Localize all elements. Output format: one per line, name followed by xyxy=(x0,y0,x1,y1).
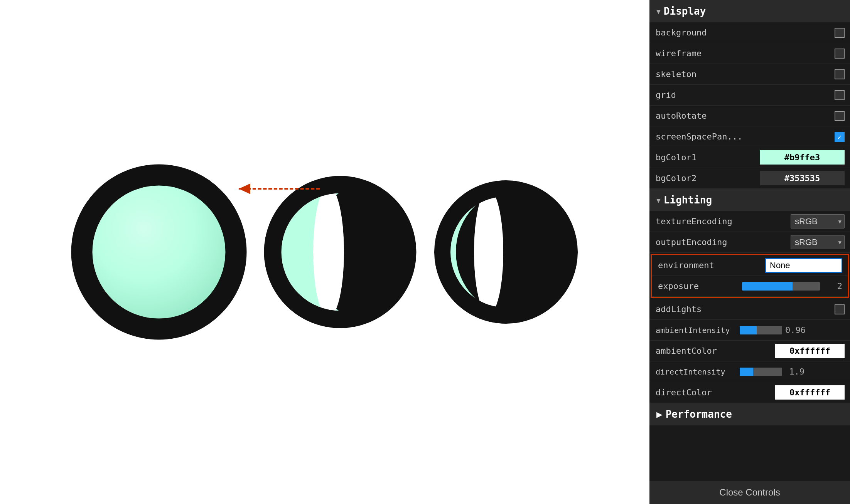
environment-label: environment xyxy=(652,257,737,273)
bgcolor2-swatch[interactable]: #353535 xyxy=(760,171,845,185)
ambientcolor-label: ambientColor xyxy=(649,343,734,359)
exposure-label: exposure xyxy=(652,278,737,294)
screenspacepan-checkbox[interactable] xyxy=(835,132,845,142)
ambientintensity-label: ambientIntensity xyxy=(649,323,734,338)
screenspacepan-label: screenSpacePan... xyxy=(649,129,734,144)
display-section-label: Display xyxy=(664,5,706,17)
addlights-row: addLights xyxy=(649,299,850,320)
outputencoding-row: outputEncoding sRGB Linear Gamma xyxy=(649,232,850,253)
autorotate-label: autoRotate xyxy=(649,108,734,124)
ambientintensity-slider-row: 0.96 xyxy=(740,325,845,335)
textureencoding-select[interactable]: sRGB Linear Gamma xyxy=(791,214,845,228)
addlights-checkbox[interactable] xyxy=(835,304,845,314)
outputencoding-select[interactable]: sRGB Linear Gamma xyxy=(791,235,845,249)
wireframe-value xyxy=(734,46,850,61)
exposure-slider[interactable] xyxy=(742,282,820,291)
ambientcolor-swatch[interactable]: 0xffffff xyxy=(775,344,845,358)
grid-row: grid xyxy=(649,85,850,106)
directcolor-value: 0xffffff xyxy=(734,383,850,402)
directcolor-label: directColor xyxy=(649,385,734,400)
bgcolor1-swatch[interactable]: #b9ffe3 xyxy=(760,150,845,165)
screenspacepan-row: screenSpacePan... xyxy=(649,126,850,147)
directintensity-row: directIntensity 1.9 xyxy=(649,361,850,382)
panel-spacer xyxy=(649,425,850,481)
wireframe-checkbox[interactable] xyxy=(835,49,845,59)
bgcolor1-value: #b9ffe3 xyxy=(734,148,850,167)
performance-collapse-icon: ▶ xyxy=(656,408,663,420)
wireframe-row: wireframe xyxy=(649,43,850,64)
directcolor-swatch[interactable]: 0xffffff xyxy=(775,385,845,400)
environment-exposure-highlight: environment None exposure 2 xyxy=(651,254,849,298)
autorotate-row: autoRotate xyxy=(649,106,850,126)
background-row: background xyxy=(649,22,850,43)
outputencoding-label: outputEncoding xyxy=(649,234,734,250)
sphere-half-crescent xyxy=(263,175,417,329)
directintensity-slider-value: 1.9 xyxy=(785,367,804,376)
ambientintensity-slider-value: 0.96 xyxy=(785,325,806,335)
grid-value xyxy=(734,88,850,102)
exposure-row: exposure 2 xyxy=(652,276,848,297)
directintensity-slider-row: 1.9 xyxy=(740,367,845,376)
lighting-collapse-icon: ▼ xyxy=(656,196,661,204)
bgcolor1-label: bgColor1 xyxy=(649,150,734,165)
autorotate-checkbox[interactable] xyxy=(835,111,845,121)
sphere-full xyxy=(70,163,248,341)
grid-label: grid xyxy=(649,87,734,103)
performance-section-header[interactable]: ▶ Performance xyxy=(649,403,850,425)
environment-value: None xyxy=(737,256,848,275)
autorotate-value xyxy=(734,109,850,123)
bgcolor1-row: bgColor1 #b9ffe3 xyxy=(649,147,850,168)
background-checkbox[interactable] xyxy=(835,28,845,38)
outputencoding-select-wrapper: sRGB Linear Gamma xyxy=(791,235,845,249)
ambientcolor-value: 0xffffff xyxy=(734,341,850,360)
exposure-slider-row: 2 xyxy=(742,281,842,291)
canvas-area xyxy=(0,0,649,504)
environment-input[interactable]: None xyxy=(765,258,842,273)
background-label: background xyxy=(649,25,734,40)
textureencoding-label: textureEncoding xyxy=(649,213,734,229)
addlights-value xyxy=(734,302,850,317)
bgcolor2-value: #353535 xyxy=(734,169,850,188)
skeleton-checkbox[interactable] xyxy=(835,69,845,79)
display-collapse-icon: ▼ xyxy=(656,7,661,15)
skeleton-label: skeleton xyxy=(649,66,734,82)
addlights-label: addLights xyxy=(649,301,734,317)
environment-row: environment None xyxy=(652,255,848,276)
close-controls-button[interactable]: Close Controls xyxy=(649,481,850,504)
ambientintensity-row: ambientIntensity 0.96 xyxy=(649,320,850,341)
grid-checkbox[interactable] xyxy=(835,90,845,100)
directintensity-value: 1.9 xyxy=(734,365,850,379)
right-panel: ▼ Display background wireframe skeleton … xyxy=(649,0,850,504)
background-value xyxy=(734,25,850,40)
sphere-thin-crescent xyxy=(433,179,579,325)
spheres-container xyxy=(70,163,579,341)
screenspacepan-value xyxy=(734,129,850,144)
display-section-header[interactable]: ▼ Display xyxy=(649,0,850,22)
performance-section-label: Performance xyxy=(666,408,732,420)
directintensity-label: directIntensity xyxy=(649,364,734,380)
bgcolor2-row: bgColor2 #353535 xyxy=(649,168,850,189)
exposure-slider-value: 2 xyxy=(823,281,842,291)
lighting-section-header[interactable]: ▼ Lighting xyxy=(649,189,850,211)
skeleton-value xyxy=(734,67,850,82)
svg-point-7 xyxy=(313,186,344,318)
wireframe-label: wireframe xyxy=(649,45,734,61)
textureencoding-select-wrapper: sRGB Linear Gamma xyxy=(791,214,845,228)
bgcolor2-label: bgColor2 xyxy=(649,170,734,186)
ambientintensity-slider[interactable] xyxy=(740,326,782,334)
svg-point-13 xyxy=(474,190,503,314)
ambientintensity-value: 0.96 xyxy=(734,323,850,337)
skeleton-row: skeleton xyxy=(649,64,850,85)
exposure-value: 2 xyxy=(737,279,848,293)
directcolor-row: directColor 0xffffff xyxy=(649,382,850,403)
textureencoding-row: textureEncoding sRGB Linear Gamma xyxy=(649,211,850,232)
lighting-section-label: Lighting xyxy=(664,194,712,206)
directintensity-slider[interactable] xyxy=(740,368,782,376)
outputencoding-value: sRGB Linear Gamma xyxy=(734,233,850,252)
textureencoding-value: sRGB Linear Gamma xyxy=(734,212,850,231)
ambientcolor-row: ambientColor 0xffffff xyxy=(649,341,850,361)
